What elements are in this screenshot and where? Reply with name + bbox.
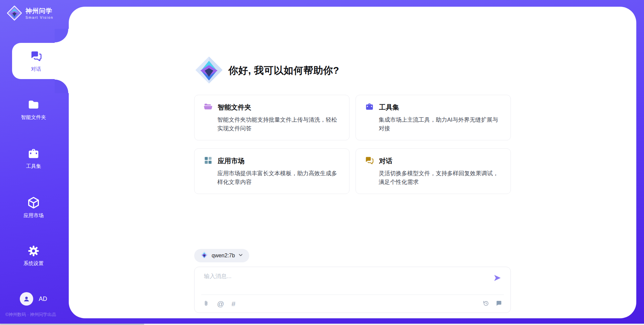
sidebar-item-app-market[interactable]: 应用市场 [0, 196, 67, 219]
sidebar-item-toolset[interactable]: 工具集 [0, 147, 67, 170]
mention-button[interactable]: @ [217, 300, 224, 307]
card-app-market[interactable]: 应用市场 应用市场提供丰富长文本模板，助力高效生成多样化文章内容 [194, 148, 350, 194]
tab-fillet-bottom [55, 79, 69, 93]
user-account[interactable]: AD [0, 292, 67, 306]
greeting-block: 你好, 我可以如何帮助你? [194, 55, 511, 86]
card-title: 应用市场 [218, 156, 245, 166]
message-composer: @ # [194, 267, 511, 313]
sidebar-item-chat-active[interactable]: 对话 [12, 43, 69, 79]
chat-history-button[interactable] [495, 300, 502, 308]
sidebar-item-label: 对话 [31, 66, 41, 72]
message-input[interactable] [203, 273, 572, 280]
model-name: qwen2:7b [212, 253, 235, 259]
card-description: 集成市场上主流工具，助力AI与外界无缝扩展与对接 [365, 116, 501, 133]
attach-icon [203, 300, 210, 308]
card-description: 智能文件夹功能支持批量文件上传与清洗，轻松实现文件问答 [204, 116, 340, 133]
horizontal-scrollbar-track [0, 324, 644, 325]
tab-fillet-top [55, 29, 69, 43]
send-icon [493, 278, 502, 283]
model-diamond-logo-icon [200, 251, 208, 260]
attach-button[interactable] [203, 300, 210, 308]
sidebar-item-settings[interactable]: 系统设置 [0, 245, 67, 267]
toolbox-icon [365, 102, 374, 113]
history-icon [482, 300, 489, 308]
user-initials: AD [39, 296, 47, 303]
history-button[interactable] [482, 300, 489, 308]
chat-icon [365, 156, 374, 166]
sidebar-item-label: 应用市场 [23, 212, 44, 219]
cube-icon [27, 196, 40, 209]
card-title: 工具集 [379, 103, 399, 112]
sidebar-item-smart-folder[interactable]: 智能文件夹 [0, 99, 67, 121]
feature-cards: 智能文件夹 智能文件夹功能支持批量文件上传与清洗，轻松实现文件问答 工具集 集 [194, 95, 511, 194]
sidebar-item-label: 系统设置 [23, 260, 44, 267]
main-panel: 你好, 我可以如何帮助你? 智能文件夹 智能文件夹功能支持批量文件上传与清洗，轻… [69, 7, 636, 318]
card-title: 对话 [379, 156, 392, 166]
copyright-text: ©神州数码 · 神州问学出品 [5, 312, 56, 318]
horizontal-scrollbar-thumb[interactable] [0, 324, 144, 325]
brand-subtitle: Smart Vision [25, 16, 53, 20]
card-smart-folder[interactable]: 智能文件夹 智能文件夹功能支持批量文件上传与清洗，轻松实现文件问答 [194, 95, 350, 140]
chevron-down-icon [238, 253, 243, 259]
chat-icon [30, 50, 42, 63]
card-description: 灵活切换多模型文件，支持多样回复效果调试，满足个性化需求 [365, 169, 501, 187]
greeting-title: 你好, 我可以如何帮助你? [228, 64, 339, 77]
folder-icon [27, 99, 40, 111]
chat-bubble-icon [495, 300, 502, 308]
avatar[interactable] [20, 292, 33, 306]
folder-open-icon [204, 102, 213, 113]
brand: 神州问学 Smart Vision [7, 5, 53, 22]
toolbox-icon [27, 147, 40, 160]
sidebar-item-label: 智能文件夹 [21, 114, 46, 121]
hashtag-button[interactable]: # [231, 300, 235, 307]
send-button[interactable] [492, 273, 502, 284]
sidebar-item-label: 工具集 [26, 163, 41, 170]
gear-icon [27, 245, 40, 257]
hero-diamond-logo-icon [194, 55, 224, 86]
card-title: 智能文件夹 [218, 103, 251, 112]
card-description: 应用市场提供丰富长文本模板，助力高效生成多样化文章内容 [204, 169, 340, 187]
grid-icon [204, 156, 213, 166]
card-chat[interactable]: 对话 灵活切换多模型文件，支持多样回复效果调试，满足个性化需求 [356, 148, 511, 194]
card-toolset[interactable]: 工具集 集成市场上主流工具，助力AI与外界无缝扩展与对接 [356, 95, 511, 140]
brand-name: 神州问学 [25, 8, 53, 15]
model-selector[interactable]: qwen2:7b [194, 249, 249, 262]
brand-diamond-logo-icon [7, 5, 22, 22]
